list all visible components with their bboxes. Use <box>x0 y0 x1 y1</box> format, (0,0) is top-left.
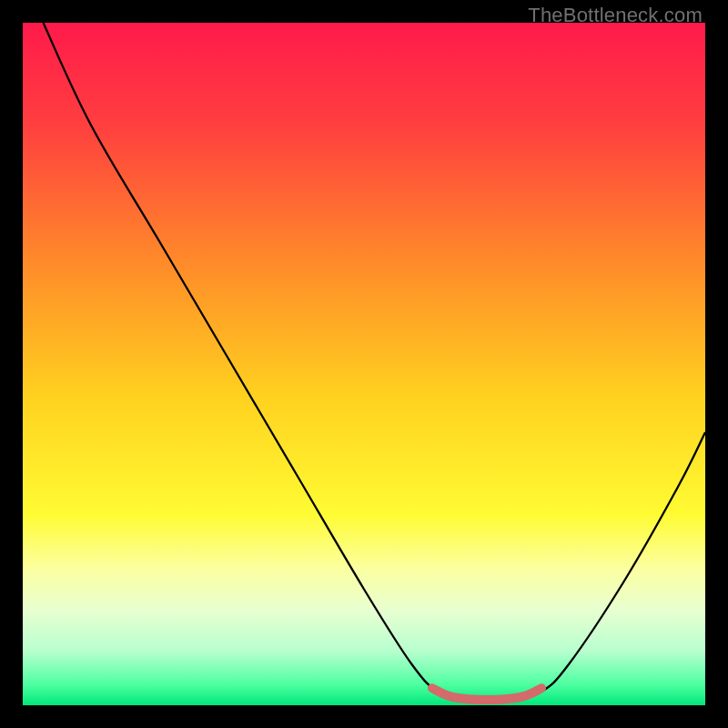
watermark-text: TheBottleneck.com <box>528 4 703 27</box>
optimal-segment <box>432 688 541 700</box>
curve-layer <box>23 23 705 705</box>
bottleneck-curve <box>44 23 706 700</box>
